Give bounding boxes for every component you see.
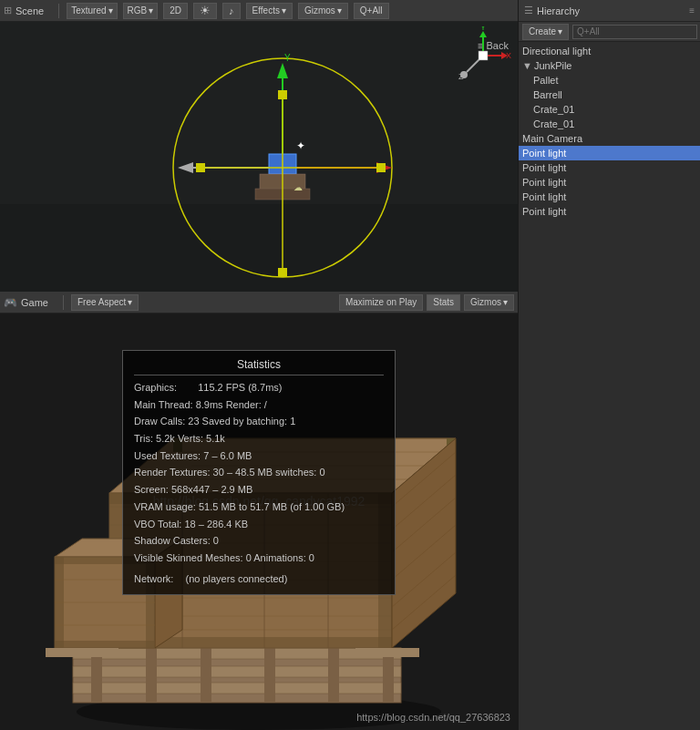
maximize-btn[interactable]: Maximize on Play	[339, 294, 423, 311]
scene-toolbar: ⊞ Scene Textured ▾ RGB ▾ 2D ☀ ♪ E	[0, 0, 518, 22]
tree-item-pallet[interactable]: Pallet	[519, 73, 700, 87]
shading-dropdown[interactable]: Textured ▾	[67, 3, 117, 19]
hierarchy-title-label: Hierarchy	[537, 5, 580, 16]
tree-item-point-light-4[interactable]: Point light	[519, 190, 700, 204]
svg-rect-27	[479, 51, 488, 60]
stats-shadow-row: Shadow Casters: 0	[134, 532, 384, 550]
stats-render-tex-row: Render Textures: 30 – 48.5 MB switches: …	[134, 464, 384, 481]
svg-text:Y: Y	[284, 53, 291, 63]
svg-rect-16	[278, 268, 287, 277]
scene-corner-gizmo: Y X Z	[454, 26, 513, 86]
svg-text:Y: Y	[480, 26, 486, 32]
svg-rect-34	[73, 666, 401, 677]
svg-rect-14	[196, 163, 205, 172]
tree-item-crate01a[interactable]: Crate_01	[519, 102, 700, 117]
toolbar-sep-1	[58, 4, 59, 18]
svg-rect-38	[201, 648, 211, 703]
tree-item-main-camera[interactable]: Main Camera	[519, 131, 700, 146]
game-toolbar: 🎮 Game Free Aspect ▾ Maximize on Play St…	[0, 292, 518, 314]
svg-rect-76	[55, 641, 155, 648]
hierarchy-header: ☰ Hierarchy ≡	[519, 0, 700, 22]
statistics-overlay: Statistics Graphics: 115.2 FPS (8.7ms) M…	[122, 350, 396, 595]
svg-rect-39	[264, 648, 275, 703]
stats-title: Statistics	[134, 358, 384, 375]
tree-item-point-light-2[interactable]: Point light	[519, 160, 700, 175]
game-panel: 🎮 Game Free Aspect ▾ Maximize on Play St…	[0, 292, 518, 730]
svg-rect-33	[73, 648, 401, 659]
hierarchy-toolbar: Create ▾	[519, 22, 700, 42]
stats-network-row: Network: (no players connected)	[134, 571, 384, 588]
network-label: Network:	[134, 573, 173, 584]
game-viewport[interactable]: http://blog.csdn.net/qq_candycat1992 Sta…	[0, 314, 518, 730]
hierarchy-header-title: ☰ Hierarchy	[524, 5, 580, 16]
audio-btn[interactable]: ♪	[222, 3, 241, 19]
svg-rect-82	[46, 648, 118, 657]
viewport-bg: ✦ ☁ Y ≡ Back	[0, 22, 518, 292]
stats-drawcalls-row: Draw Calls: 23 Saved by batching: 1	[134, 413, 384, 430]
svg-rect-40	[328, 648, 339, 703]
tree-item-directional-light[interactable]: Directional light	[519, 44, 700, 58]
svg-rect-83	[355, 648, 419, 657]
tree-item-crate01b[interactable]: Crate_01	[519, 117, 700, 131]
aspect-dropdown[interactable]: Free Aspect ▾	[71, 294, 139, 311]
stats-vram-row: VRAM usage: 51.5 MB to 51.7 MB (of 1.00 …	[134, 499, 384, 516]
scene-title: ⊞ Scene	[4, 5, 44, 16]
hierarchy-icon: ☰	[524, 5, 533, 16]
scene-panel: ⊞ Scene Textured ▾ RGB ▾ 2D ☀ ♪ E	[0, 0, 518, 292]
svg-rect-37	[146, 648, 157, 703]
hierarchy-menu-icon[interactable]: ≡	[689, 5, 695, 15]
stats-screen-row: Screen: 568x447 – 2.9 MB	[134, 481, 384, 499]
all-btn[interactable]: Q+All	[354, 3, 389, 19]
tree-item-point-light-1[interactable]: Point light	[519, 146, 700, 160]
svg-rect-1	[0, 204, 518, 292]
svg-text:X: X	[506, 51, 511, 60]
network-value: (no players connected)	[185, 573, 287, 584]
tree-item-junkpile[interactable]: ▼ JunkPile	[519, 58, 700, 73]
stats-btn[interactable]: Stats	[427, 294, 460, 311]
tree-item-point-light-5[interactable]: Point light	[519, 204, 700, 219]
stats-textures-row: Used Textures: 7 – 6.0 MB	[134, 447, 384, 465]
game-sep	[63, 295, 64, 310]
svg-rect-35	[73, 683, 401, 694]
stats-tris-row: Tris: 5.2k Verts: 5.1k	[134, 430, 384, 447]
corner-gizmo-svg: Y X Z	[454, 26, 513, 86]
stats-fps-row: Graphics: 115.2 FPS (8.7ms)	[134, 379, 384, 396]
stats-thread-row: Main Thread: 8.9ms Render: /	[134, 396, 384, 414]
graphics-label: Graphics:	[134, 382, 177, 393]
scene-title-label: Scene	[15, 5, 44, 16]
svg-rect-17	[278, 90, 287, 99]
tree-item-barrell[interactable]: Barrell	[519, 87, 700, 102]
fps-value: 115.2 FPS (8.7ms)	[198, 382, 282, 393]
hierarchy-tree: Directional light ▼ JunkPile Pallet Barr…	[519, 42, 700, 730]
hierarchy-search[interactable]	[572, 25, 697, 39]
svg-text:☁: ☁	[293, 182, 303, 192]
game-right-toolbar: Maximize on Play Stats Gizmos ▾	[339, 294, 514, 311]
game-gizmos-btn[interactable]: Gizmos ▾	[464, 294, 514, 311]
svg-marker-22	[479, 31, 487, 37]
svg-text:Z: Z	[458, 72, 464, 81]
stats-section: Graphics: 115.2 FPS (8.7ms) Main Thread:…	[134, 379, 384, 587]
dimension-btn[interactable]: 2D	[163, 3, 188, 19]
scene-svg: ✦ ☁ Y	[0, 22, 518, 292]
hierarchy-panel: ☰ Hierarchy ≡ Create ▾ Directional light…	[518, 0, 700, 730]
game-title-label: Game	[21, 297, 48, 308]
svg-text:✦: ✦	[296, 139, 305, 152]
scene-viewport[interactable]: ✦ ☁ Y ≡ Back	[0, 22, 518, 292]
svg-rect-15	[376, 163, 386, 172]
effects-btn[interactable]: Effects ▾	[246, 3, 293, 19]
color-dropdown[interactable]: RGB ▾	[123, 3, 159, 19]
stats-vbo-row: VBO Total: 18 – 286.4 KB	[134, 516, 384, 533]
csdn-watermark: https://blog.csdn.net/qq_27636823	[356, 712, 510, 723]
stats-skinned-row: Visible Skinned Meshes: 0 Animations: 0	[134, 550, 384, 567]
sun-btn[interactable]: ☀	[193, 3, 217, 19]
gizmos-btn[interactable]: Gizmos ▾	[298, 3, 348, 19]
create-btn[interactable]: Create ▾	[522, 24, 569, 40]
game-title: 🎮 Game	[4, 296, 48, 309]
tree-item-point-light-3[interactable]: Point light	[519, 175, 700, 190]
